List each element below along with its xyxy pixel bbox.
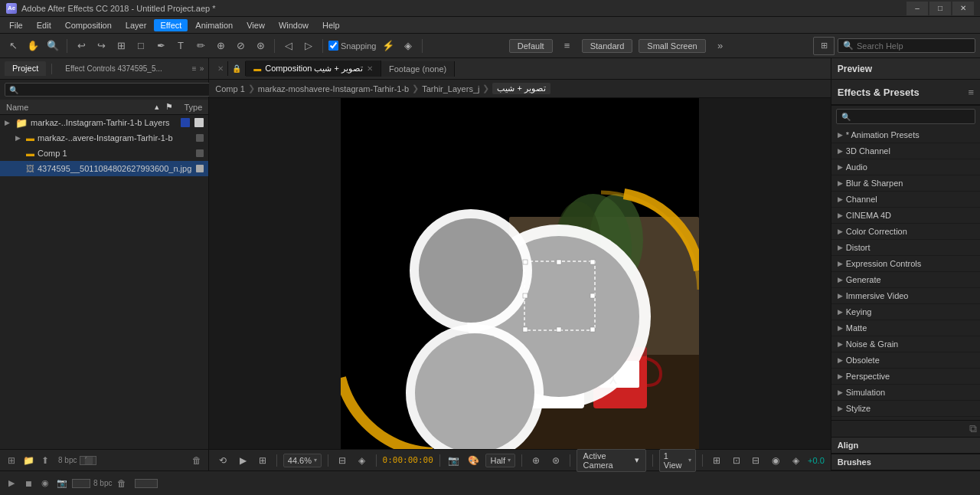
close-button[interactable]: ✕	[952, 2, 974, 15]
tool-pen[interactable]: ✒	[152, 38, 169, 54]
tl-btn-cam[interactable]: 📷	[55, 477, 69, 490]
tool-undo[interactable]: ↩	[73, 38, 90, 54]
window-controls[interactable]: – □ ✕	[906, 2, 974, 15]
col-flag-icon[interactable]: ⚑	[165, 102, 172, 112]
tab-project[interactable]: Project	[5, 61, 46, 76]
file-item-2[interactable]: ▶ ▬ Comp 1	[0, 146, 208, 161]
expand-arrow-1[interactable]: ▶	[15, 134, 23, 142]
effect-noise-grain[interactable]: ▶ Noise & Grain	[831, 336, 980, 352]
tool-extra-a[interactable]: ⚡	[380, 38, 397, 54]
effect-keying[interactable]: ▶ Keying	[831, 304, 980, 320]
snapping-toggle[interactable]: Snapping	[328, 41, 377, 51]
menu-window[interactable]: Window	[273, 19, 315, 31]
effect-expression-controls[interactable]: ▶ Expression Controls	[831, 256, 980, 272]
color-mgmt-btn[interactable]: ⬛	[80, 456, 96, 465]
workspace-small-screen[interactable]: Small Screen	[639, 39, 705, 53]
tool-extra-b[interactable]: ◈	[400, 38, 416, 54]
effect-obsolete[interactable]: ▶ Obsolete	[831, 352, 980, 369]
effect-blur-sharpen[interactable]: ▶ Blur & Sharpen	[831, 175, 980, 192]
project-search-input[interactable]	[21, 85, 208, 94]
menu-help[interactable]: Help	[316, 19, 346, 31]
workspace-expand[interactable]: »	[712, 38, 729, 54]
effect-perspective[interactable]: ▶ Perspective	[831, 369, 980, 385]
menu-layer[interactable]: Layer	[119, 19, 153, 31]
effect-distort[interactable]: ▶ Distort	[831, 240, 980, 256]
menu-effect[interactable]: Effect	[154, 19, 188, 31]
tl-btn-play[interactable]: ▶	[5, 477, 18, 490]
panel-expand-btn[interactable]: »	[200, 64, 204, 73]
vb-btn-region[interactable]: ⊕	[528, 452, 544, 469]
menu-edit[interactable]: Edit	[31, 19, 57, 31]
tl-trash-btn[interactable]: 🗑	[115, 477, 129, 490]
tool-zoom[interactable]: 🔍	[44, 38, 61, 54]
menu-composition[interactable]: Composition	[59, 19, 118, 31]
effect-stylize[interactable]: ▶ Stylize	[831, 401, 980, 417]
effect-color-correction[interactable]: ▶ Color Correction	[831, 224, 980, 240]
tool-clone[interactable]: ⊕	[212, 38, 229, 54]
comp-tab-composition[interactable]: ▬ Composition تصویر + شیب ✕	[246, 61, 381, 77]
effects-menu-icon[interactable]: ≡	[968, 87, 974, 98]
new-comp-btn[interactable]: ⊞	[5, 454, 18, 467]
vb-btn-a[interactable]: ⊟	[335, 452, 350, 469]
camera-dropdown[interactable]: Active Camera ▾	[577, 449, 646, 472]
comp-tab-close[interactable]: ✕	[214, 61, 228, 76]
tool-puppet[interactable]: ⊛	[252, 38, 269, 54]
file-item-1[interactable]: ▶ ▬ markaz-..avere-Instagram-Tarhir-1-b	[0, 130, 208, 146]
tool-select[interactable]: ↖	[5, 38, 21, 54]
effect-audio[interactable]: ▶ Audio	[831, 159, 980, 175]
vb-btn-reset[interactable]: ⟲	[215, 452, 230, 469]
file-item-3[interactable]: ▶ 🖼 4374595__5011084802627993600_n.jpg	[0, 161, 208, 176]
panel-menu-btn[interactable]: ≡	[192, 64, 197, 73]
comp-tab-close-btn[interactable]: ✕	[367, 64, 373, 73]
menu-file[interactable]: File	[3, 19, 29, 31]
vb-btn-color[interactable]: 🎨	[466, 452, 482, 469]
snapping-checkbox[interactable]	[328, 41, 338, 51]
search-help-input[interactable]	[857, 41, 970, 51]
tool-brush[interactable]: ✏	[192, 38, 209, 54]
vb-btn-b[interactable]: ◈	[354, 452, 370, 469]
tool-text[interactable]: T	[172, 38, 189, 54]
effect-immersive-video[interactable]: ▶ Immersive Video	[831, 288, 980, 304]
comp-tab-footage[interactable]: Footage (none)	[381, 61, 455, 77]
file-item-0[interactable]: ▶ 📁 markaz-..Instagram-Tarhir-1-b Layers	[0, 115, 208, 130]
vb-btn-camera-ico[interactable]: 📷	[446, 452, 462, 469]
effects-search-input[interactable]	[854, 112, 970, 121]
tl-color-chip[interactable]	[135, 479, 158, 488]
effect-animation-presets[interactable]: ▶ * Animation Presets	[831, 127, 980, 143]
menu-view[interactable]: View	[240, 19, 271, 31]
minimize-button[interactable]: –	[906, 2, 928, 15]
tool-redo[interactable]: ↪	[93, 38, 109, 54]
tool-hand[interactable]: ✋	[24, 38, 41, 54]
vb-btn-draft[interactable]: ⊡	[729, 452, 744, 469]
tool-rect[interactable]: □	[132, 38, 149, 54]
effect-simulation[interactable]: ▶ Simulation	[831, 385, 980, 401]
tool-align-a[interactable]: ◁	[280, 38, 297, 54]
tl-color-box[interactable]	[72, 479, 90, 488]
tl-btn-preview[interactable]: ◉	[38, 477, 52, 490]
vb-btn-alpha[interactable]: ⊛	[548, 452, 564, 469]
vb-btn-fps[interactable]: ◉	[768, 452, 783, 469]
workspace-menu[interactable]: ≡	[559, 38, 576, 54]
effect-generate[interactable]: ▶ Generate	[831, 272, 980, 288]
tool-snap[interactable]: ⊞	[113, 38, 129, 54]
views-dropdown[interactable]: 1 View ▾	[659, 449, 696, 472]
effect-channel[interactable]: ▶ Channel	[831, 192, 980, 208]
vb-btn-preview[interactable]: ▶	[235, 452, 250, 469]
bc-comp1[interactable]: Comp 1	[215, 84, 245, 93]
bc-layers[interactable]: Tarhir_Layers_j	[422, 84, 479, 93]
maximize-button[interactable]: □	[929, 2, 951, 15]
workspace-standard[interactable]: Standard	[582, 39, 633, 53]
search-icon-btn[interactable]: ⊞	[813, 37, 835, 55]
delete-btn[interactable]: 🗑	[190, 454, 204, 467]
workspace-default[interactable]: Default	[509, 39, 553, 53]
vb-btn-res[interactable]: ◈	[788, 452, 803, 469]
bc-markaz[interactable]: markaz-moshavere-Instagram-Tarhir-1-b	[258, 84, 409, 93]
import-btn[interactable]: ⬆	[38, 454, 52, 467]
tl-btn-stop[interactable]: ⏹	[21, 477, 35, 490]
tab-effect-controls[interactable]: Effect Controls 4374595_5...	[57, 62, 170, 75]
effect-matte[interactable]: ▶ Matte	[831, 320, 980, 336]
comp-tab-lock[interactable]: 🔒	[228, 61, 246, 76]
tool-align-b[interactable]: ▷	[300, 38, 317, 54]
tool-eraser[interactable]: ⊘	[232, 38, 249, 54]
vb-btn-motion[interactable]: ⊟	[748, 452, 763, 469]
